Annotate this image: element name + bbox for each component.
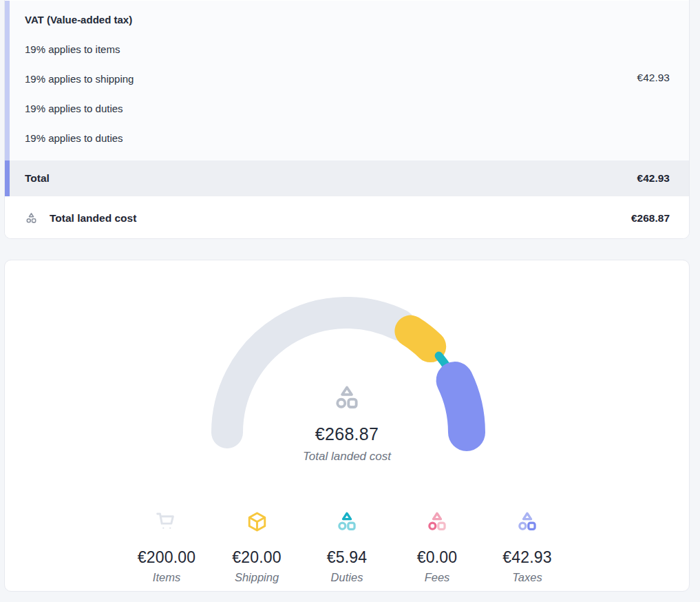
stat-duties-label: Duties <box>302 571 392 584</box>
shapes-icon <box>25 211 38 225</box>
box-icon <box>246 510 268 533</box>
cost-breakdown-stats: €200.00 Items €20.00 Shipping €5.94 Duti… <box>5 508 689 584</box>
total-amount: €42.93 <box>637 172 670 185</box>
stat-items-icon <box>122 508 212 534</box>
vat-detail-line: 19% applies to shipping <box>25 72 670 85</box>
vat-detail-lines: 19% applies to items19% applies to shipp… <box>25 43 670 145</box>
tax-total-row: Total €42.93 <box>5 160 689 196</box>
landed-cost-label: Total landed cost <box>50 212 136 225</box>
stat-duties-icon <box>302 508 392 534</box>
stat-taxes-icon <box>482 508 573 534</box>
stat-shipping: €20.00 Shipping <box>212 508 302 584</box>
stat-duties: €5.94 Duties <box>302 508 392 584</box>
vat-section-amount: €42.93 <box>637 72 670 84</box>
stat-taxes-label: Taxes <box>482 571 573 584</box>
vat-detail-line: 19% applies to duties <box>25 102 670 115</box>
stat-taxes: €42.93 Taxes <box>482 508 573 584</box>
landed-cost-amount: €268.87 <box>631 212 670 225</box>
landed-cost-shapes-icon <box>25 211 38 225</box>
cart-icon <box>155 510 178 533</box>
shapes-icon <box>335 510 359 533</box>
stat-duties-value: €5.94 <box>302 548 392 567</box>
stat-taxes-value: €42.93 <box>482 548 573 567</box>
stat-fees-value: €0.00 <box>392 548 482 567</box>
vat-accent-bar <box>5 1 10 160</box>
landed-cost-gauge-card: €268.87 Total landed cost €200.00 Items … <box>4 260 690 592</box>
vat-section-title: VAT (Value-added tax) <box>25 13 670 26</box>
tax-breakdown-card: VAT (Value-added tax) 19% applies to ite… <box>4 0 690 239</box>
stat-fees-icon <box>392 508 482 534</box>
vat-detail-line: 19% applies to items <box>25 43 670 56</box>
stat-shipping-icon <box>212 508 302 534</box>
stat-items-label: Items <box>122 571 212 584</box>
gauge-area: €268.87 Total landed cost <box>5 295 689 496</box>
stat-fees-label: Fees <box>392 571 482 584</box>
gauge-segment-shipping <box>410 331 430 347</box>
gauge-segment-items <box>227 313 400 433</box>
stat-fees: €0.00 Fees <box>392 508 482 584</box>
shapes-icon <box>425 510 449 533</box>
shapes-icon <box>516 510 539 533</box>
vat-section: VAT (Value-added tax) 19% applies to ite… <box>5 1 689 160</box>
vat-detail-line: 19% applies to duties <box>25 132 670 145</box>
total-landed-cost-row: Total landed cost €268.87 <box>5 196 689 239</box>
landed-cost-gauge-chart <box>195 295 498 457</box>
total-accent-bar <box>5 160 10 196</box>
stat-shipping-value: €20.00 <box>212 548 302 567</box>
stat-shipping-label: Shipping <box>212 571 302 584</box>
gauge-segment-taxes <box>455 380 467 433</box>
stat-items-value: €200.00 <box>122 548 212 567</box>
stat-items: €200.00 Items <box>122 508 212 584</box>
landed-cost-page: { "colors": { "page_bg": "#f4f6f9", "car… <box>0 0 700 602</box>
total-label: Total <box>25 172 50 185</box>
